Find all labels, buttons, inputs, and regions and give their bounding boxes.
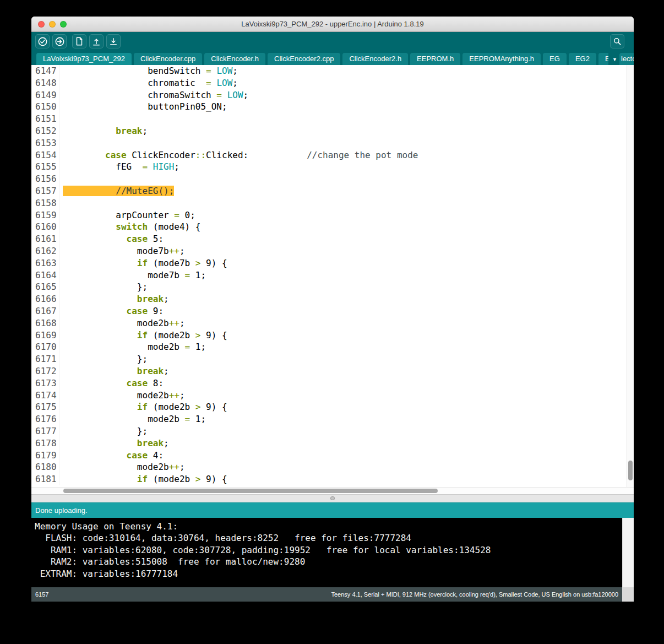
tab-LaVoixski9p73_PCM_292[interactable]: LaVoixski9p73_PCM_292 xyxy=(36,53,132,65)
line-number: 6155 xyxy=(31,161,59,173)
horizontal-scrollbar[interactable] xyxy=(31,487,634,494)
tab-ClickEncoder2.cpp[interactable]: ClickEncoder2.cpp xyxy=(268,53,340,65)
tab-EG[interactable]: EG xyxy=(543,53,567,65)
tab-EMA[interactable]: EMA xyxy=(598,53,608,65)
line-number: 6166 xyxy=(31,293,59,305)
tab-peek[interactable]: lecto xyxy=(619,53,634,65)
code-line-6181[interactable]: 6181 if (mode2b > 9) { xyxy=(31,473,634,485)
code-line-6175[interactable]: 6175 if (mode2b > 9) { xyxy=(31,401,634,413)
console-splitter[interactable] xyxy=(31,494,634,502)
code-line-6165[interactable]: 6165 }; xyxy=(31,281,634,293)
new-document-icon xyxy=(74,36,84,46)
code-line-6156[interactable]: 6156 xyxy=(31,173,634,185)
code-line-6180[interactable]: 6180 mode2b++; xyxy=(31,461,634,473)
tab-EEPROMAnything.h[interactable]: EEPROMAnything.h xyxy=(462,53,541,65)
code-line-6169[interactable]: 6169 if (mode2b > 9) { xyxy=(31,329,634,342)
chevron-down-icon: ▼ xyxy=(612,57,617,62)
code-line-6163[interactable]: 6163 if (mode7b > 9) { xyxy=(31,257,634,269)
save-button[interactable] xyxy=(106,34,121,48)
zoom-button[interactable] xyxy=(60,21,67,28)
code-line-6173[interactable]: 6173 case 8: xyxy=(31,377,634,389)
traffic-lights xyxy=(38,17,67,31)
console-scrollbar-area[interactable] xyxy=(622,518,634,587)
horizontal-scrollbar-thumb[interactable] xyxy=(63,489,438,493)
line-number: 6174 xyxy=(31,389,59,402)
code-text: mode2b++; xyxy=(59,317,185,329)
tab-ClickEncoder.h[interactable]: ClickEncoder.h xyxy=(204,53,265,65)
line-number: 6181 xyxy=(31,473,59,485)
code-line-6172[interactable]: 6172 break; xyxy=(31,365,634,377)
tab-bar: LaVoixski9p73_PCM_292ClickEncoder.cppCli… xyxy=(31,51,634,65)
tab-ClickEncoder.cpp[interactable]: ClickEncoder.cpp xyxy=(134,53,202,65)
code-line-6157[interactable]: 6157 //MuteEG(); xyxy=(31,185,634,197)
code-line-6177[interactable]: 6177 }; xyxy=(31,425,634,437)
code-line-6158[interactable]: 6158 xyxy=(31,197,634,209)
code-text: if (mode7b > 9) { xyxy=(59,257,227,269)
code-line-6162[interactable]: 6162 mode7b++; xyxy=(31,245,634,257)
tab-menu-button[interactable]: ▼ xyxy=(612,57,617,62)
code-text: break; xyxy=(59,365,169,377)
code-line-6164[interactable]: 6164 mode7b = 1; xyxy=(31,269,634,282)
tab-EEPROM.h[interactable]: EEPROM.h xyxy=(410,53,460,65)
tabs-strip: LaVoixski9p73_PCM_292ClickEncoder.cppCli… xyxy=(36,53,608,65)
tab-ClickEncoder2.h[interactable]: ClickEncoder2.h xyxy=(342,53,408,65)
tab-EG2[interactable]: EG2 xyxy=(569,53,596,65)
code-line-6167[interactable]: 6167 case 9: xyxy=(31,305,634,317)
code-editor[interactable]: 6147 bendSwitch = LOW;6148 chromatic = L… xyxy=(31,65,634,487)
code-text: }; xyxy=(59,425,148,437)
code-line-6154[interactable]: 6154 case ClickEncoder::Clicked: //chang… xyxy=(31,149,634,161)
code-lines: 6147 bendSwitch = LOW;6148 chromatic = L… xyxy=(31,65,634,485)
line-number: 6156 xyxy=(31,173,59,185)
console-line: RAM2: variables:515008 free for malloc/n… xyxy=(35,556,622,567)
code-line-6147[interactable]: 6147 bendSwitch = LOW; xyxy=(31,65,634,77)
code-line-6161[interactable]: 6161 case 5: xyxy=(31,233,634,245)
code-text: break; xyxy=(59,125,148,137)
code-text: mode2b = 1; xyxy=(59,341,206,353)
code-line-6166[interactable]: 6166 break; xyxy=(31,293,634,305)
code-line-6155[interactable]: 6155 fEG = HIGH; xyxy=(31,161,634,173)
verify-button[interactable] xyxy=(35,34,50,48)
code-line-6151[interactable]: 6151 xyxy=(31,113,634,125)
code-line-6150[interactable]: 6150 buttonPin05_ON; xyxy=(31,101,634,113)
line-number: 6148 xyxy=(31,77,59,89)
code-line-6152[interactable]: 6152 break; xyxy=(31,125,634,137)
vertical-scrollbar-thumb[interactable] xyxy=(628,461,633,480)
code-text: bendSwitch = LOW; xyxy=(59,65,238,77)
code-text: chromaSwitch = LOW; xyxy=(59,89,248,101)
line-number: 6178 xyxy=(31,437,59,450)
open-button[interactable] xyxy=(89,34,104,48)
serial-monitor-button[interactable] xyxy=(610,34,624,48)
code-text: if (mode2b > 9) { xyxy=(59,473,227,485)
line-number: 6180 xyxy=(31,461,59,473)
upload-button[interactable] xyxy=(52,34,67,48)
console-output[interactable]: Memory Usage on Teensy 4.1: FLASH: code:… xyxy=(31,518,622,587)
line-number: 6177 xyxy=(31,425,59,437)
code-line-6171[interactable]: 6171 }; xyxy=(31,353,634,365)
code-line-6149[interactable]: 6149 chromaSwitch = LOW; xyxy=(31,89,634,101)
code-line-6168[interactable]: 6168 mode2b++; xyxy=(31,317,634,329)
line-number: 6167 xyxy=(31,305,59,317)
splitter-handle-icon xyxy=(330,496,335,500)
close-button[interactable] xyxy=(38,21,45,28)
code-line-6178[interactable]: 6178 break; xyxy=(31,437,634,450)
code-line-6174[interactable]: 6174 mode2b++; xyxy=(31,389,634,402)
titlebar[interactable]: LaVoixski9p73_PCM_292 - upperEnc.ino | A… xyxy=(31,17,634,32)
line-number: 6175 xyxy=(31,401,59,413)
code-line-6160[interactable]: 6160 switch (mode4) { xyxy=(31,221,634,233)
tab-peek-label: lecto xyxy=(621,55,634,63)
code-line-6153[interactable]: 6153 xyxy=(31,137,634,149)
arrow-up-icon xyxy=(91,36,101,46)
line-number: 6153 xyxy=(31,137,59,149)
code-line-6179[interactable]: 6179 case 4: xyxy=(31,450,634,462)
new-sketch-button[interactable] xyxy=(72,34,86,48)
code-line-6170[interactable]: 6170 mode2b = 1; xyxy=(31,341,634,353)
vertical-scrollbar[interactable] xyxy=(627,65,634,487)
magnifier-icon xyxy=(612,36,622,46)
code-line-6176[interactable]: 6176 mode2b = 1; xyxy=(31,413,634,425)
console-line: FLASH: code:310164, data:30764, headers:… xyxy=(35,532,622,544)
line-number: 6150 xyxy=(31,101,59,113)
code-line-6148[interactable]: 6148 chromatic = LOW; xyxy=(31,77,634,89)
minimize-button[interactable] xyxy=(49,21,56,28)
line-number: 6157 xyxy=(31,185,59,197)
code-line-6159[interactable]: 6159 arpCounter = 0; xyxy=(31,209,634,221)
